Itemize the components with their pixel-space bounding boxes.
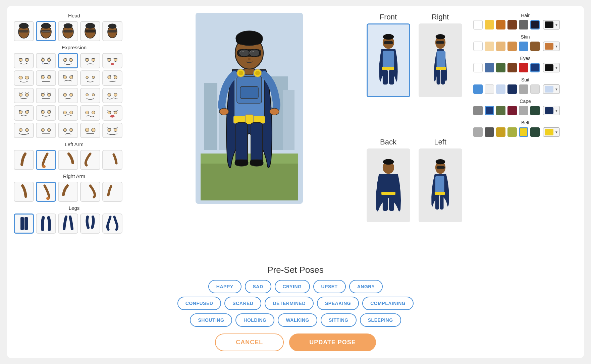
suit-swatch-0[interactable] (473, 84, 483, 94)
cape-swatch-4[interactable] (519, 106, 528, 115)
head-option-2[interactable] (58, 21, 78, 41)
view-box-left[interactable]: Left (416, 138, 465, 259)
expr-16[interactable] (36, 105, 56, 121)
hair-swatch-4[interactable] (519, 20, 528, 29)
pose-speaking[interactable]: SPEAKING (317, 297, 359, 310)
eyes-dropdown[interactable]: ▼ (543, 63, 560, 72)
cancel-button[interactable]: CANCEL (215, 333, 284, 351)
belt-dropdown[interactable]: ▼ (543, 127, 560, 137)
right-arm-1[interactable] (36, 182, 56, 202)
expr-5[interactable] (14, 70, 34, 86)
eyes-swatch-2[interactable] (496, 63, 505, 72)
expr-14[interactable] (102, 88, 122, 103)
suit-swatch-4[interactable] (519, 84, 528, 94)
expr-24[interactable] (102, 123, 122, 138)
right-arm-4[interactable] (102, 182, 122, 202)
pose-sleeping[interactable]: SLEEPING (360, 313, 401, 327)
skin-swatch-0[interactable] (473, 42, 483, 51)
update-pose-button[interactable]: UPDATE POSE (289, 333, 376, 351)
cape-swatch-1[interactable] (485, 106, 494, 115)
view-left-img[interactable] (419, 148, 462, 222)
view-right-img[interactable] (419, 23, 462, 97)
skin-swatch-3[interactable] (507, 42, 517, 51)
skin-swatch-2[interactable] (496, 42, 505, 51)
legs-0[interactable] (14, 214, 34, 234)
belt-swatch-2[interactable] (496, 127, 505, 137)
right-arm-0[interactable] (14, 182, 34, 202)
expr-0[interactable] (14, 53, 34, 68)
expr-19[interactable] (102, 105, 122, 121)
hair-dropdown[interactable]: ▼ (543, 20, 560, 29)
head-option-0[interactable] (14, 21, 34, 41)
belt-swatch-4[interactable] (519, 127, 528, 137)
view-back-img[interactable] (367, 148, 410, 222)
cape-swatch-5[interactable] (530, 106, 540, 115)
view-front-img[interactable] (367, 23, 410, 97)
expr-17[interactable] (58, 105, 78, 121)
suit-swatch-3[interactable] (507, 84, 517, 94)
view-box-front[interactable]: Front (364, 13, 413, 134)
pose-scared[interactable]: SCARED (224, 297, 261, 310)
expr-8[interactable] (80, 70, 100, 86)
head-option-4[interactable] (102, 21, 122, 41)
head-option-1[interactable] (36, 21, 56, 41)
expr-3[interactable] (80, 53, 100, 68)
expr-21[interactable] (36, 123, 56, 138)
cape-swatch-0[interactable] (473, 106, 483, 115)
legs-4[interactable] (102, 214, 122, 234)
expr-22[interactable] (58, 123, 78, 138)
suit-dropdown[interactable]: ▼ (543, 84, 560, 94)
hair-swatch-0[interactable] (473, 20, 483, 29)
expr-7[interactable] (58, 70, 78, 86)
expr-13[interactable] (80, 88, 100, 103)
view-box-back[interactable]: Back (364, 138, 413, 259)
pose-sad[interactable]: SAD (245, 280, 271, 293)
belt-swatch-3[interactable] (507, 127, 517, 137)
head-option-3[interactable] (80, 21, 100, 41)
eyes-swatch-4[interactable] (519, 63, 528, 72)
suit-swatch-1[interactable] (485, 84, 494, 94)
left-arm-1[interactable] (36, 150, 56, 170)
hair-swatch-2[interactable] (496, 20, 505, 29)
pose-complaining[interactable]: COMPLAINING (362, 297, 414, 310)
pose-upset[interactable]: UPSET (313, 280, 346, 293)
skin-swatch-4[interactable] (519, 42, 528, 51)
eyes-swatch-1[interactable] (485, 63, 494, 72)
expr-18[interactable] (80, 105, 100, 121)
expr-12[interactable] (58, 88, 78, 103)
suit-swatch-2[interactable] (496, 84, 505, 94)
belt-swatch-0[interactable] (473, 127, 483, 137)
right-arm-3[interactable] (80, 182, 100, 202)
left-arm-3[interactable] (80, 150, 100, 170)
expr-6[interactable] (36, 70, 56, 86)
skin-dropdown[interactable]: ▼ (543, 42, 560, 51)
cape-swatch-3[interactable] (507, 106, 517, 115)
expr-10[interactable] (14, 88, 34, 103)
legs-3[interactable] (80, 214, 100, 234)
left-arm-2[interactable] (58, 150, 78, 170)
pose-sitting[interactable]: SITTING (321, 313, 357, 327)
expr-23[interactable] (80, 123, 100, 138)
belt-swatch-5[interactable] (530, 127, 540, 137)
legs-2[interactable] (58, 214, 78, 234)
pose-determined[interactable]: DETERMINED (265, 297, 314, 310)
cape-dropdown[interactable]: ▼ (543, 106, 560, 115)
view-box-right[interactable]: Right (416, 13, 465, 134)
expr-2[interactable] (58, 53, 78, 68)
left-arm-4[interactable] (102, 150, 122, 170)
pose-holding[interactable]: HOLDING (235, 313, 274, 327)
expr-15[interactable] (14, 105, 34, 121)
suit-swatch-5[interactable] (530, 84, 540, 94)
pose-crying[interactable]: CRYING (275, 280, 310, 293)
pose-walking[interactable]: WALKING (278, 313, 317, 327)
eyes-swatch-0[interactable] (473, 63, 483, 72)
skin-swatch-1[interactable] (485, 42, 494, 51)
skin-swatch-5[interactable] (530, 42, 540, 51)
belt-swatch-1[interactable] (485, 127, 494, 137)
hair-swatch-1[interactable] (485, 20, 494, 29)
left-arm-0[interactable] (14, 150, 34, 170)
pose-confused[interactable]: CONFUSED (177, 297, 221, 310)
legs-1[interactable] (36, 214, 56, 234)
eyes-swatch-5[interactable] (530, 63, 540, 72)
expr-1[interactable] (36, 53, 56, 68)
